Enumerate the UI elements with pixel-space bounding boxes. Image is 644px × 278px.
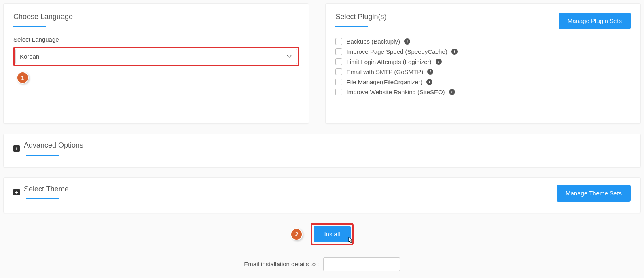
select-plugins-title: Select Plugin(s) bbox=[335, 13, 386, 21]
advanced-options-title: Advanced Options bbox=[24, 141, 83, 150]
install-button-highlight: Install bbox=[311, 223, 353, 245]
plugin-list: Backups (Backuply) i Improve Page Speed … bbox=[335, 36, 631, 97]
plus-icon[interactable]: + bbox=[13, 145, 20, 152]
plugin-item: File Manager(FileOrganizer) i bbox=[335, 77, 631, 87]
info-icon[interactable]: i bbox=[436, 59, 442, 65]
select-plugins-card: Select Plugin(s) Manage Plugin Sets Back… bbox=[325, 3, 641, 124]
plugin-label: Improve Website Ranking (SiteSEO) bbox=[346, 89, 445, 95]
plugin-checkbox[interactable] bbox=[335, 48, 342, 55]
plugin-checkbox[interactable] bbox=[335, 68, 342, 75]
plus-icon[interactable]: + bbox=[13, 189, 20, 195]
email-input[interactable] bbox=[323, 257, 400, 271]
info-icon[interactable]: i bbox=[451, 49, 458, 55]
title-underline bbox=[26, 155, 59, 156]
info-icon[interactable]: i bbox=[404, 38, 410, 45]
step-badge-1: 1 bbox=[17, 72, 29, 84]
select-language-label: Select Language bbox=[13, 36, 299, 43]
plugin-label: File Manager(FileOrganizer) bbox=[346, 79, 422, 85]
plugin-label: Improve Page Speed (SpeedyCache) bbox=[346, 48, 447, 55]
choose-language-title: Choose Language bbox=[13, 13, 73, 21]
plugin-item: Improve Website Ranking (SiteSEO) i bbox=[335, 87, 631, 97]
language-select-highlight: Korean bbox=[13, 47, 299, 66]
title-underline bbox=[26, 198, 59, 199]
info-icon[interactable]: i bbox=[427, 69, 433, 75]
step-badge-2: 2 bbox=[290, 228, 303, 240]
plugin-item: Email with SMTP (GoSMTP) i bbox=[335, 67, 631, 77]
manage-theme-sets-button[interactable]: Manage Theme Sets bbox=[557, 185, 631, 202]
manage-plugin-sets-button[interactable]: Manage Plugin Sets bbox=[559, 13, 631, 29]
plugin-item: Improve Page Speed (SpeedyCache) i bbox=[335, 47, 631, 57]
email-row: Email installation details to : bbox=[3, 257, 641, 271]
plugin-label: Email with SMTP (GoSMTP) bbox=[346, 68, 423, 75]
language-select[interactable]: Korean bbox=[15, 49, 297, 64]
plugin-checkbox[interactable] bbox=[335, 38, 342, 45]
plugin-item: Backups (Backuply) i bbox=[335, 36, 631, 47]
title-underline bbox=[335, 26, 368, 27]
info-icon[interactable]: i bbox=[449, 89, 455, 95]
select-theme-card: + Select Theme Manage Theme Sets bbox=[3, 177, 641, 213]
advanced-options-card: + Advanced Options bbox=[3, 134, 641, 168]
install-row: 2 Install bbox=[3, 223, 641, 245]
choose-language-card: Choose Language Select Language Korean 1 bbox=[3, 3, 309, 124]
plugin-checkbox[interactable] bbox=[335, 89, 342, 95]
install-button[interactable]: Install bbox=[314, 226, 350, 242]
email-label: Email installation details to : bbox=[244, 261, 319, 267]
plugin-item: Limit Login Attempts (Loginizer) i bbox=[335, 57, 631, 67]
plugin-checkbox[interactable] bbox=[335, 79, 342, 85]
title-underline bbox=[13, 26, 46, 27]
plugin-checkbox[interactable] bbox=[335, 58, 342, 65]
info-icon[interactable]: i bbox=[426, 79, 432, 85]
plugin-label: Limit Login Attempts (Loginizer) bbox=[346, 58, 431, 65]
select-theme-title: Select Theme bbox=[24, 185, 69, 193]
plugin-label: Backups (Backuply) bbox=[346, 38, 400, 45]
